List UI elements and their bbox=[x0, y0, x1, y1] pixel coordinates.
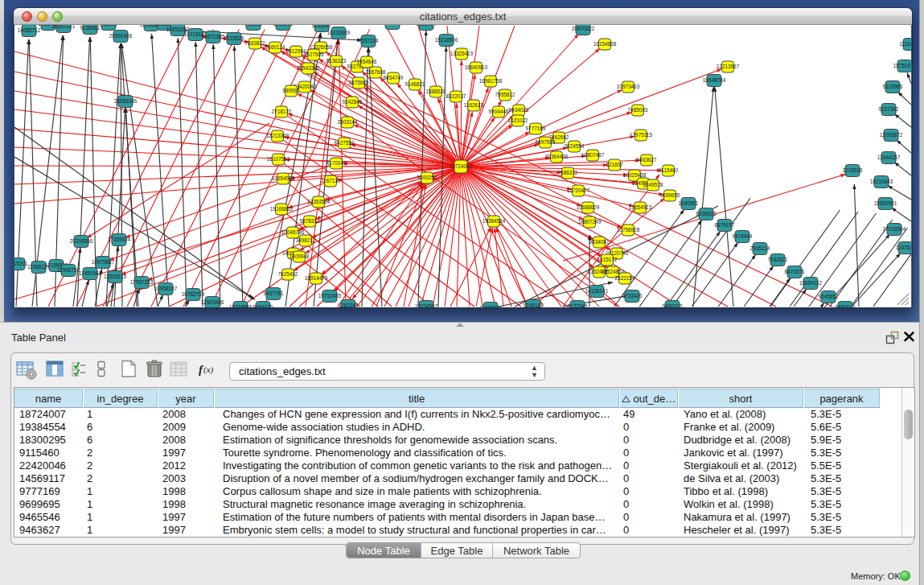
svg-text:12505115: 12505115 bbox=[104, 274, 126, 279]
svg-text:9699695: 9699695 bbox=[660, 192, 680, 198]
svg-text:3267130: 3267130 bbox=[321, 178, 341, 183]
svg-text:12093872: 12093872 bbox=[880, 132, 903, 138]
svg-text:9457791: 9457791 bbox=[264, 290, 284, 296]
svg-text:3875685: 3875685 bbox=[349, 80, 369, 85]
svg-text:1409948: 1409948 bbox=[290, 253, 310, 259]
svg-text:17016504: 17016504 bbox=[883, 226, 906, 232]
svg-text:20206556: 20206556 bbox=[70, 238, 93, 244]
svg-text:7663822: 7663822 bbox=[245, 40, 265, 46]
svg-text:16033809: 16033809 bbox=[327, 30, 351, 35]
svg-text:20870622: 20870622 bbox=[572, 26, 595, 31]
svg-text:9300257: 9300257 bbox=[417, 175, 437, 180]
svg-text:15720407: 15720407 bbox=[567, 187, 590, 193]
svg-text:9834067: 9834067 bbox=[589, 239, 610, 245]
svg-text:16154838: 16154838 bbox=[593, 41, 617, 47]
svg-text:1349578: 1349578 bbox=[643, 182, 663, 187]
svg-text:2803144: 2803144 bbox=[338, 119, 358, 125]
svg-text:9245652: 9245652 bbox=[819, 294, 839, 299]
svg-text:10807487: 10807487 bbox=[581, 152, 605, 158]
svg-text:16914479: 16914479 bbox=[305, 275, 328, 281]
svg-text:19218506: 19218506 bbox=[435, 37, 458, 43]
svg-text:621607: 621607 bbox=[606, 162, 623, 167]
svg-text:9327505: 9327505 bbox=[304, 51, 324, 57]
svg-text:9777169: 9777169 bbox=[526, 126, 546, 131]
svg-text:8471676: 8471676 bbox=[785, 269, 805, 274]
svg-text:10025438: 10025438 bbox=[623, 172, 647, 178]
svg-text:9242845: 9242845 bbox=[343, 99, 363, 105]
svg-text:10756928: 10756928 bbox=[617, 227, 640, 233]
svg-text:14136141: 14136141 bbox=[585, 288, 609, 294]
svg-text:19384554: 19384554 bbox=[483, 218, 506, 224]
svg-text:18807249: 18807249 bbox=[578, 219, 602, 225]
svg-text:9135287: 9135287 bbox=[312, 25, 332, 28]
svg-text:9660124: 9660124 bbox=[265, 44, 285, 50]
svg-text:9227342: 9227342 bbox=[879, 106, 899, 112]
svg-text:17957253: 17957253 bbox=[130, 279, 154, 285]
svg-text:9135061: 9135061 bbox=[80, 25, 101, 31]
svg-text:26053346: 26053346 bbox=[114, 98, 138, 104]
svg-text:3915201: 3915201 bbox=[14, 261, 28, 266]
svg-text:1588520: 1588520 bbox=[426, 89, 446, 94]
svg-text:8938923: 8938923 bbox=[696, 211, 717, 216]
svg-text:989961: 989961 bbox=[282, 88, 300, 93]
svg-text:9115460: 9115460 bbox=[659, 167, 679, 173]
svg-text:12213369: 12213369 bbox=[266, 133, 290, 138]
svg-text:16107553: 16107553 bbox=[267, 156, 290, 162]
svg-text:10688609: 10688609 bbox=[577, 204, 600, 210]
svg-text:20691406: 20691406 bbox=[109, 33, 133, 39]
svg-text:3624554: 3624554 bbox=[565, 143, 585, 149]
svg-text:12923446: 12923446 bbox=[201, 299, 224, 305]
svg-text:12444157: 12444157 bbox=[877, 154, 901, 160]
svg-text:8454749: 8454749 bbox=[384, 75, 404, 80]
svg-text:15710485: 15710485 bbox=[318, 293, 342, 299]
svg-text:(x): (x) bbox=[203, 365, 214, 375]
svg-text:12213967: 12213967 bbox=[717, 64, 740, 69]
svg-text:13325419: 13325419 bbox=[450, 51, 474, 56]
svg-text:2718170: 2718170 bbox=[272, 109, 292, 114]
svg-text:18724007: 18724007 bbox=[450, 163, 473, 169]
svg-text:913528: 913528 bbox=[244, 25, 262, 27]
svg-text:1921850: 1921850 bbox=[383, 25, 403, 26]
svg-text:1358216: 1358216 bbox=[273, 25, 294, 27]
svg-text:12942757: 12942757 bbox=[57, 267, 80, 273]
svg-text:9463627: 9463627 bbox=[637, 157, 657, 163]
svg-text:9450612: 9450612 bbox=[836, 304, 856, 307]
svg-text:9904448: 9904448 bbox=[489, 109, 509, 114]
svg-text:1162615: 1162615 bbox=[464, 102, 484, 108]
svg-text:12353594: 12353594 bbox=[307, 199, 331, 204]
svg-text:19166852: 19166852 bbox=[270, 206, 294, 212]
svg-text:1167534: 1167534 bbox=[896, 245, 911, 250]
svg-text:10046786: 10046786 bbox=[281, 229, 305, 235]
svg-text:6879197: 6879197 bbox=[715, 222, 735, 228]
svg-text:8322037: 8322037 bbox=[446, 93, 466, 99]
svg-text:3498212: 3498212 bbox=[296, 237, 316, 243]
svg-text:6434028: 6434028 bbox=[509, 107, 529, 113]
svg-text:10654112: 10654112 bbox=[799, 280, 822, 286]
svg-text:16961758: 16961758 bbox=[479, 78, 503, 84]
svg-text:16640910: 16640910 bbox=[465, 64, 488, 70]
svg-text:913501: 913501 bbox=[100, 25, 117, 27]
svg-text:1640951: 1640951 bbox=[679, 200, 699, 206]
svg-text:1954646: 1954646 bbox=[357, 59, 377, 64]
svg-text:7955812: 7955812 bbox=[495, 92, 515, 97]
svg-text:7515526: 7515526 bbox=[224, 35, 244, 41]
svg-text:11451941: 11451941 bbox=[79, 270, 101, 276]
svg-text:20364436: 20364436 bbox=[545, 154, 569, 159]
svg-text:8427552: 8427552 bbox=[335, 140, 355, 146]
svg-text:20557121: 20557121 bbox=[52, 25, 76, 29]
svg-text:19654923: 19654923 bbox=[629, 204, 652, 210]
svg-text:10654983: 10654983 bbox=[272, 175, 295, 181]
svg-text:9474444: 9474444 bbox=[733, 233, 753, 239]
svg-text:7632621: 7632621 bbox=[768, 257, 788, 262]
svg-text:2522154: 2522154 bbox=[615, 275, 635, 281]
svg-text:16543382: 16543382 bbox=[297, 65, 320, 71]
svg-text:17359924: 17359924 bbox=[108, 237, 131, 242]
svg-text:7357224: 7357224 bbox=[359, 38, 379, 43]
svg-text:11402236: 11402236 bbox=[479, 305, 502, 307]
svg-text:18224655: 18224655 bbox=[229, 304, 253, 307]
svg-text:8127345: 8127345 bbox=[568, 303, 588, 307]
svg-text:12975115: 12975115 bbox=[630, 132, 652, 138]
svg-text:16671385: 16671385 bbox=[202, 34, 225, 39]
svg-text:1621022: 1621022 bbox=[508, 117, 528, 123]
svg-text:1282344: 1282344 bbox=[339, 303, 359, 307]
